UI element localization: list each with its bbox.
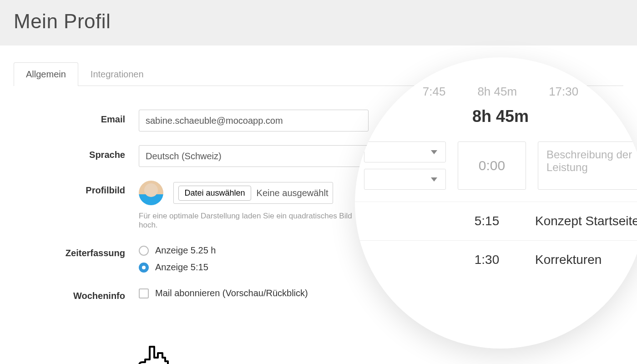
email-label: Email	[14, 110, 139, 125]
preview-duration-muted: 8h 45m	[477, 85, 517, 99]
row-time-tracking: Zeiterfassung Anzeige 5.25 h Anzeige 5:1…	[14, 243, 369, 273]
preview-task-select[interactable]	[364, 169, 446, 190]
preview-header-times: 7:45 8h 45m 17:30	[355, 85, 637, 99]
preview-start-time: 7:45	[423, 85, 446, 99]
row-language: Sprache Deutsch (Schweiz)	[14, 145, 369, 167]
preview-entry: 1:30 Korrekturen	[355, 240, 637, 279]
file-choose-button[interactable]: Datei auswählen	[178, 186, 251, 201]
radio-icon	[139, 246, 149, 256]
language-select[interactable]: Deutsch (Schweiz)	[139, 145, 369, 167]
checkbox-label: Mail abonnieren (Vorschau/Rückblick)	[155, 288, 308, 298]
preview-new-entry: 0:00 Beschreibung der Leistung	[355, 142, 637, 190]
radio-label: Anzeige 5.25 h	[155, 245, 216, 256]
time-option-decimal[interactable]: Anzeige 5.25 h	[139, 245, 369, 256]
preview-project-select[interactable]	[364, 142, 446, 162]
entry-desc: Konzept Startseite	[523, 214, 637, 228]
weekinfo-checkbox-item[interactable]: Mail abonnieren (Vorschau/Rückblick)	[139, 286, 369, 298]
row-avatar: Profilbild Datei auswählen Keine ausgewä…	[14, 181, 369, 230]
file-status: Keine ausgewählt	[257, 188, 329, 198]
row-weekinfo: Wocheninfo Mail abonnieren (Vorschau/Rüc…	[14, 286, 369, 301]
preview-time-input[interactable]: 0:00	[458, 142, 526, 190]
chevron-down-icon	[431, 150, 437, 154]
preview-entry: 5:15 Konzept Startseite	[355, 202, 637, 240]
radio-label: Anzeige 5:15	[155, 262, 208, 273]
tab-general[interactable]: Allgemein	[14, 62, 78, 86]
row-email: Email	[14, 110, 369, 131]
preview-entries: 5:15 Konzept Startseite 1:30 Korrekturen	[355, 202, 637, 279]
entry-desc: Korrekturen	[523, 253, 637, 267]
avatar-label: Profilbild	[14, 181, 139, 196]
cursor-hand-icon	[137, 342, 169, 364]
radio-icon	[139, 263, 149, 273]
language-value: Deutsch (Schweiz)	[146, 151, 222, 162]
preview-end-time: 17:30	[549, 85, 578, 99]
email-input[interactable]	[139, 110, 369, 131]
tab-integrations[interactable]: Integrationen	[78, 62, 156, 86]
entry-time: 5:15	[450, 214, 523, 228]
avatar-image	[139, 181, 163, 205]
page-header: Mein Profil	[0, 0, 637, 46]
preview-total-duration: 8h 45m	[355, 107, 637, 126]
entry-time: 1:30	[450, 253, 523, 267]
avatar-hint: Für eine optimale Darstellung laden Sie …	[139, 212, 369, 230]
time-option-hhmm[interactable]: Anzeige 5:15	[139, 262, 369, 273]
time-tracking-label: Zeiterfassung	[14, 243, 139, 258]
checkbox-icon	[139, 288, 149, 298]
main-content: Allgemein Integrationen Email Sprache De…	[0, 62, 637, 301]
chevron-down-icon	[431, 177, 437, 182]
page-title: Mein Profil	[14, 10, 623, 33]
profile-form: Email Sprache Deutsch (Schweiz) Profilbi…	[14, 110, 369, 301]
preview-description-input[interactable]: Beschreibung der Leistung	[538, 142, 637, 190]
preview-magnifier: 7:45 8h 45m 17:30 8h 45m 0:00 Beschreibu…	[355, 57, 637, 349]
language-label: Sprache	[14, 145, 139, 160]
file-picker[interactable]: Datei auswählen Keine ausgewählt	[173, 182, 333, 204]
weekinfo-label: Wocheninfo	[14, 286, 139, 301]
